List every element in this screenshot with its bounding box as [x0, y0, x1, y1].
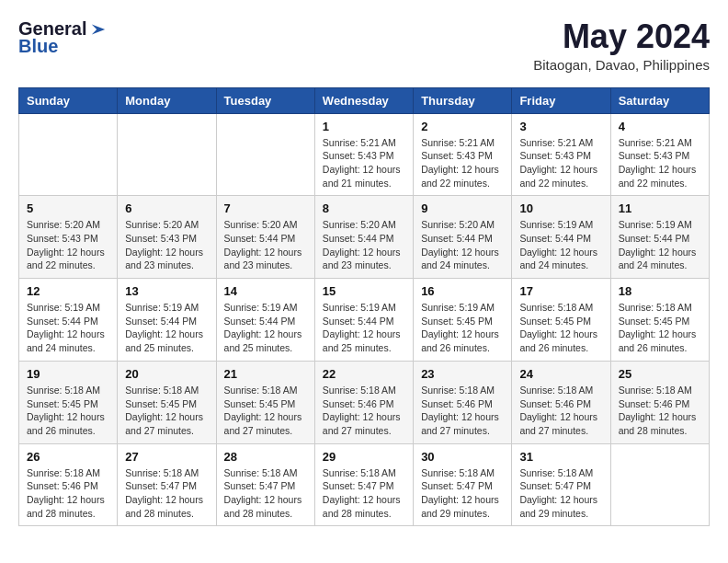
calendar-cell: 19Sunrise: 5:18 AM Sunset: 5:45 PM Dayli… — [19, 361, 118, 443]
calendar-cell: 1Sunrise: 5:21 AM Sunset: 5:43 PM Daylig… — [314, 113, 413, 196]
day-info: Sunrise: 5:19 AM Sunset: 5:44 PM Dayligh… — [619, 218, 701, 272]
day-number: 21 — [224, 367, 307, 381]
day-number: 25 — [619, 367, 701, 381]
column-header-sunday: Sunday — [19, 87, 118, 113]
day-info: Sunrise: 5:20 AM Sunset: 5:44 PM Dayligh… — [421, 218, 504, 272]
day-number: 23 — [421, 367, 504, 381]
calendar-cell: 6Sunrise: 5:20 AM Sunset: 5:43 PM Daylig… — [118, 196, 216, 279]
day-number: 6 — [125, 201, 208, 215]
day-info: Sunrise: 5:18 AM Sunset: 5:45 PM Dayligh… — [619, 301, 701, 355]
calendar-cell: 5Sunrise: 5:20 AM Sunset: 5:43 PM Daylig… — [19, 196, 118, 279]
calendar-week-row: 12Sunrise: 5:19 AM Sunset: 5:44 PM Dayli… — [19, 279, 710, 362]
title-section: May 2024 Bitaogan, Davao, Philippines — [533, 18, 710, 73]
calendar-cell: 20Sunrise: 5:18 AM Sunset: 5:45 PM Dayli… — [118, 361, 216, 443]
calendar-week-row: 19Sunrise: 5:18 AM Sunset: 5:45 PM Dayli… — [19, 361, 710, 443]
day-number: 22 — [323, 367, 405, 381]
day-info: Sunrise: 5:21 AM Sunset: 5:43 PM Dayligh… — [619, 136, 701, 190]
svg-marker-0 — [92, 24, 105, 34]
day-info: Sunrise: 5:18 AM Sunset: 5:46 PM Dayligh… — [421, 384, 504, 438]
calendar-cell: 22Sunrise: 5:18 AM Sunset: 5:46 PM Dayli… — [314, 361, 413, 443]
column-header-tuesday: Tuesday — [216, 87, 314, 113]
day-info: Sunrise: 5:18 AM Sunset: 5:47 PM Dayligh… — [519, 466, 602, 521]
calendar-cell: 30Sunrise: 5:18 AM Sunset: 5:47 PM Dayli… — [414, 443, 512, 526]
day-number: 2 — [421, 120, 504, 133]
calendar-cell: 12Sunrise: 5:19 AM Sunset: 5:44 PM Dayli… — [19, 279, 118, 362]
day-info: Sunrise: 5:19 AM Sunset: 5:44 PM Dayligh… — [519, 218, 602, 272]
day-info: Sunrise: 5:18 AM Sunset: 5:47 PM Dayligh… — [224, 466, 307, 521]
calendar-cell: 10Sunrise: 5:19 AM Sunset: 5:44 PM Dayli… — [512, 196, 610, 279]
calendar-cell: 3Sunrise: 5:21 AM Sunset: 5:43 PM Daylig… — [512, 113, 610, 196]
logo-arrow-icon — [90, 21, 107, 38]
day-number: 30 — [421, 450, 504, 464]
calendar-cell: 15Sunrise: 5:19 AM Sunset: 5:44 PM Dayli… — [314, 279, 413, 362]
month-year-title: May 2024 — [533, 18, 710, 55]
day-number: 18 — [619, 284, 701, 298]
calendar-cell: 4Sunrise: 5:21 AM Sunset: 5:43 PM Daylig… — [610, 113, 709, 196]
day-info: Sunrise: 5:18 AM Sunset: 5:47 PM Dayligh… — [421, 466, 504, 521]
day-number: 26 — [27, 450, 109, 464]
day-number: 11 — [619, 201, 701, 215]
day-info: Sunrise: 5:20 AM Sunset: 5:44 PM Dayligh… — [224, 218, 307, 272]
calendar-cell: 29Sunrise: 5:18 AM Sunset: 5:47 PM Dayli… — [314, 443, 413, 526]
calendar-cell: 24Sunrise: 5:18 AM Sunset: 5:46 PM Dayli… — [512, 361, 610, 443]
calendar-week-row: 1Sunrise: 5:21 AM Sunset: 5:43 PM Daylig… — [19, 113, 710, 196]
day-info: Sunrise: 5:18 AM Sunset: 5:45 PM Dayligh… — [125, 384, 208, 438]
day-info: Sunrise: 5:18 AM Sunset: 5:46 PM Dayligh… — [519, 384, 602, 438]
calendar-cell: 14Sunrise: 5:19 AM Sunset: 5:44 PM Dayli… — [216, 279, 314, 362]
calendar-week-row: 26Sunrise: 5:18 AM Sunset: 5:46 PM Dayli… — [19, 443, 710, 526]
logo-blue-text: Blue — [18, 36, 58, 57]
column-header-thursday: Thursday — [414, 87, 512, 113]
calendar-cell — [19, 113, 118, 196]
calendar-cell: 18Sunrise: 5:18 AM Sunset: 5:45 PM Dayli… — [610, 279, 709, 362]
location-subtitle: Bitaogan, Davao, Philippines — [533, 57, 710, 73]
day-info: Sunrise: 5:18 AM Sunset: 5:47 PM Dayligh… — [125, 466, 208, 521]
calendar-cell: 27Sunrise: 5:18 AM Sunset: 5:47 PM Dayli… — [118, 443, 216, 526]
day-number: 27 — [125, 450, 208, 464]
calendar-cell: 13Sunrise: 5:19 AM Sunset: 5:44 PM Dayli… — [118, 279, 216, 362]
day-info: Sunrise: 5:18 AM Sunset: 5:45 PM Dayligh… — [224, 384, 307, 438]
calendar-cell: 8Sunrise: 5:20 AM Sunset: 5:44 PM Daylig… — [314, 196, 413, 279]
day-info: Sunrise: 5:18 AM Sunset: 5:46 PM Dayligh… — [619, 384, 701, 438]
day-number: 20 — [125, 367, 208, 381]
day-info: Sunrise: 5:21 AM Sunset: 5:43 PM Dayligh… — [323, 136, 405, 190]
calendar-cell: 9Sunrise: 5:20 AM Sunset: 5:44 PM Daylig… — [414, 196, 512, 279]
day-number: 29 — [323, 450, 405, 464]
column-header-saturday: Saturday — [610, 87, 709, 113]
calendar-week-row: 5Sunrise: 5:20 AM Sunset: 5:43 PM Daylig… — [19, 196, 710, 279]
day-info: Sunrise: 5:20 AM Sunset: 5:43 PM Dayligh… — [125, 218, 208, 272]
day-number: 1 — [323, 120, 405, 133]
logo: General Blue — [18, 18, 107, 57]
calendar-cell — [118, 113, 216, 196]
day-number: 31 — [519, 450, 602, 464]
day-info: Sunrise: 5:18 AM Sunset: 5:47 PM Dayligh… — [323, 466, 405, 521]
day-number: 14 — [224, 284, 307, 298]
day-info: Sunrise: 5:18 AM Sunset: 5:46 PM Dayligh… — [323, 384, 405, 438]
calendar-cell — [610, 443, 709, 526]
calendar-cell: 7Sunrise: 5:20 AM Sunset: 5:44 PM Daylig… — [216, 196, 314, 279]
day-number: 12 — [27, 284, 109, 298]
day-info: Sunrise: 5:20 AM Sunset: 5:44 PM Dayligh… — [323, 218, 405, 272]
calendar-cell — [216, 113, 314, 196]
calendar-cell: 23Sunrise: 5:18 AM Sunset: 5:46 PM Dayli… — [414, 361, 512, 443]
day-number: 19 — [27, 367, 109, 381]
day-number: 24 — [519, 367, 602, 381]
day-info: Sunrise: 5:18 AM Sunset: 5:45 PM Dayligh… — [519, 301, 602, 355]
column-header-monday: Monday — [118, 87, 216, 113]
calendar-cell: 28Sunrise: 5:18 AM Sunset: 5:47 PM Dayli… — [216, 443, 314, 526]
calendar-cell: 21Sunrise: 5:18 AM Sunset: 5:45 PM Dayli… — [216, 361, 314, 443]
calendar-cell: 26Sunrise: 5:18 AM Sunset: 5:46 PM Dayli… — [19, 443, 118, 526]
day-number: 4 — [619, 120, 701, 133]
calendar-header-row: SundayMondayTuesdayWednesdayThursdayFrid… — [19, 87, 710, 113]
day-number: 5 — [27, 201, 109, 215]
day-number: 9 — [421, 201, 504, 215]
day-number: 15 — [323, 284, 405, 298]
day-info: Sunrise: 5:20 AM Sunset: 5:43 PM Dayligh… — [27, 218, 109, 272]
day-number: 28 — [224, 450, 307, 464]
column-header-wednesday: Wednesday — [314, 87, 413, 113]
day-number: 7 — [224, 201, 307, 215]
calendar-cell: 16Sunrise: 5:19 AM Sunset: 5:45 PM Dayli… — [414, 279, 512, 362]
day-number: 3 — [519, 120, 602, 133]
calendar-cell: 2Sunrise: 5:21 AM Sunset: 5:43 PM Daylig… — [414, 113, 512, 196]
day-info: Sunrise: 5:19 AM Sunset: 5:44 PM Dayligh… — [323, 301, 405, 355]
calendar-cell: 11Sunrise: 5:19 AM Sunset: 5:44 PM Dayli… — [610, 196, 709, 279]
